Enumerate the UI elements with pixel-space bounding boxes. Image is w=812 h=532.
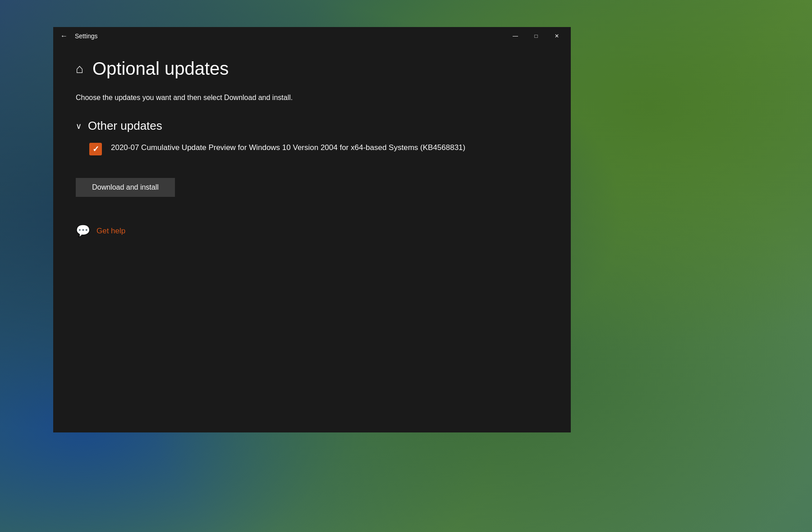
section-header: ∨ Other updates: [76, 119, 548, 133]
window-controls: — □ ✕: [505, 27, 567, 45]
update-text: 2020-07 Cumulative Update Preview for Wi…: [111, 142, 465, 154]
download-install-button[interactable]: Download and install: [76, 178, 175, 197]
minimize-button[interactable]: —: [505, 27, 526, 45]
close-icon: ✕: [555, 33, 559, 39]
page-header: ⌂ Optional updates: [76, 59, 548, 79]
update-item: ✓ 2020-07 Cumulative Update Preview for …: [89, 142, 548, 155]
get-help-link[interactable]: Get help: [96, 227, 125, 236]
other-updates-section: ∨ Other updates ✓ 2020-07 Cumulative Upd…: [76, 119, 548, 155]
page-description: Choose the updates you want and then sel…: [76, 92, 548, 103]
window-title: Settings: [75, 32, 505, 40]
titlebar: ← Settings — □ ✕: [53, 27, 571, 45]
back-icon: ←: [60, 32, 68, 40]
close-button[interactable]: ✕: [546, 27, 567, 45]
help-icon: 💬: [76, 224, 90, 238]
home-icon: ⌂: [76, 62, 83, 76]
content-area: ⌂ Optional updates Choose the updates yo…: [53, 45, 571, 432]
page-title: Optional updates: [92, 59, 229, 79]
section-title: Other updates: [88, 119, 162, 133]
checkmark-icon: ✓: [92, 144, 99, 154]
chevron-down-icon: ∨: [76, 121, 82, 131]
back-button[interactable]: ←: [57, 29, 71, 43]
maximize-icon: □: [534, 33, 537, 39]
help-section: 💬 Get help: [76, 224, 548, 238]
maximize-button[interactable]: □: [526, 27, 546, 45]
settings-window: ← Settings — □ ✕ ⌂ Optional updates Choo…: [53, 27, 571, 432]
minimize-icon: —: [513, 33, 518, 39]
update-checkbox[interactable]: ✓: [89, 143, 102, 155]
